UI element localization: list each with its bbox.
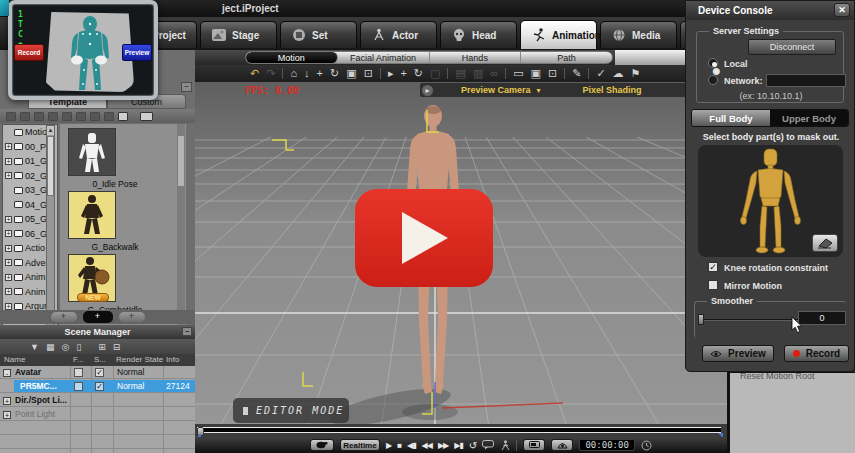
paste-icon[interactable]: ▥ (473, 65, 483, 82)
select-icon[interactable]: ▸ (388, 65, 394, 82)
lib-view-icon[interactable] (118, 112, 128, 121)
preview-button[interactable]: Preview (702, 345, 774, 362)
loop-icon[interactable]: ↺ (469, 440, 476, 451)
subtab-facial-animation[interactable]: Facial Animation (338, 52, 430, 63)
smoother-value-field[interactable]: 0 (798, 311, 846, 325)
clock-icon[interactable] (641, 440, 652, 451)
column-f[interactable]: F... (73, 355, 84, 364)
camera-bar-collapse-icon[interactable]: ▸ (422, 85, 433, 96)
mirror-motion-checkbox[interactable] (708, 280, 718, 290)
scene-manager-minimize-icon[interactable]: − (182, 327, 192, 336)
lib-icon-7[interactable] (90, 112, 100, 121)
stop-icon[interactable]: ■ (397, 441, 401, 450)
gizmo-move-icon[interactable]: + (400, 65, 406, 82)
prop-icon[interactable]: ▯ (76, 342, 81, 352)
copy-icon[interactable]: ▤ (455, 65, 465, 82)
redo-icon[interactable]: ↷ (266, 65, 275, 82)
search-icon[interactable]: ◎ (61, 342, 69, 352)
scene-row-avatar[interactable]: - Avatar ✓ Normal (0, 366, 195, 379)
radio-network[interactable] (708, 75, 718, 85)
cloud-upload-icon[interactable]: ☁ (613, 65, 624, 82)
drop-to-floor-icon[interactable]: ↓ (304, 65, 310, 82)
capture-button[interactable] (310, 439, 334, 451)
sensor-record-button[interactable]: Record (14, 44, 44, 61)
focus-view-icon[interactable]: ⊡ (548, 65, 557, 82)
column-render[interactable]: Render State (116, 355, 163, 364)
freeze-checkbox[interactable] (74, 368, 83, 377)
ungroup-icon[interactable]: ⊟ (113, 342, 121, 352)
lib-icon-1[interactable] (6, 112, 16, 121)
lib-icon-2[interactable] (20, 112, 30, 121)
column-name[interactable]: Name (4, 355, 25, 364)
walk-person-icon[interactable] (501, 440, 510, 451)
transform-icon[interactable]: ▣ (346, 65, 356, 82)
eraser-button[interactable] (812, 234, 838, 252)
scrollbar-thumb[interactable] (47, 136, 54, 196)
tab-full-body[interactable]: Full Body (692, 110, 770, 126)
layers-icon[interactable]: ▦ (46, 342, 55, 352)
check-icon[interactable]: ✓ (596, 65, 605, 82)
tab-head[interactable]: Head (440, 21, 517, 48)
subtab-motion[interactable]: Motion (246, 52, 338, 63)
move-icon[interactable]: + (317, 65, 323, 82)
tab-actor[interactable]: Actor (360, 21, 437, 48)
apply-add-button[interactable]: + (83, 311, 113, 323)
disconnect-button[interactable]: Disconnect (748, 39, 836, 55)
link-icon[interactable]: ∞ (490, 65, 498, 82)
show-checkbox[interactable]: ✓ (95, 382, 104, 391)
sensor-preview-button[interactable]: Preview (122, 44, 152, 61)
flag-icon[interactable]: ⚑ (631, 65, 641, 82)
thumbnail-backwalk[interactable] (68, 191, 116, 239)
brush-icon[interactable]: ✎ (572, 65, 581, 82)
tab-stage[interactable]: Stage (200, 21, 277, 48)
camera-selector[interactable]: Preview Camera (461, 85, 531, 95)
panel-minimize-icon[interactable]: − (181, 82, 192, 92)
tab-media[interactable]: Media (600, 21, 677, 48)
speech-bubble-icon[interactable] (482, 440, 495, 450)
apply-forward-button[interactable]: + (119, 312, 145, 322)
reset-motion-root-label[interactable]: Reset Motion Root (740, 372, 855, 381)
lib-icon-8[interactable] (104, 112, 114, 121)
filter-icon[interactable]: ▼ (30, 342, 39, 352)
fit-view-icon[interactable]: ⊡ (364, 65, 373, 82)
scene-row-avatar-child[interactable]: PR5MC... ✓ Normal 27124 (0, 380, 195, 393)
fast-forward-icon[interactable]: ▶▶ (438, 441, 448, 450)
timeline-track[interactable] (197, 427, 721, 433)
rewind-icon[interactable]: ◀◀ (422, 441, 432, 450)
lib-icon-5[interactable] (62, 112, 72, 121)
column-s[interactable]: S... (94, 355, 106, 364)
close-icon[interactable]: ✕ (834, 3, 850, 17)
lib-icon-3[interactable] (34, 112, 44, 121)
open-folder-icon[interactable] (140, 112, 153, 121)
play-icon[interactable]: ▶ (386, 441, 391, 450)
freeze-checkbox[interactable] (74, 382, 83, 391)
gizmo-rotate-icon[interactable]: ↻ (414, 65, 423, 82)
scroll-up-icon[interactable]: ▲ (47, 126, 54, 135)
lib-icon-6[interactable] (76, 112, 86, 121)
network-address-input[interactable] (766, 74, 846, 87)
group-icon[interactable]: ⊞ (98, 342, 106, 352)
rotate-icon[interactable]: ↻ (330, 65, 339, 82)
thumbnail-combatidle[interactable]: NEW (68, 254, 116, 302)
undo-icon[interactable]: ↶ (250, 65, 259, 82)
radio-local[interactable]: ● (708, 58, 718, 68)
home-icon[interactable]: ⌂ (290, 65, 297, 82)
realtime-button[interactable]: Realtime (340, 439, 380, 451)
scrollbar-thumb[interactable] (178, 136, 184, 186)
body-mask-selector[interactable] (698, 145, 843, 257)
column-info[interactable]: Info (166, 355, 179, 364)
tab-animation[interactable]: Animation (520, 20, 597, 49)
smoother-slider-handle[interactable] (698, 314, 704, 325)
chevron-down-icon[interactable]: ▾ (537, 86, 541, 95)
screen-view-button[interactable] (523, 439, 545, 451)
scene-row-lights[interactable]: + Dir./Spot Li... (0, 394, 195, 407)
skip-start-icon[interactable]: ◀▮ (407, 441, 416, 450)
pip-view-icon[interactable]: ▭ (513, 65, 523, 82)
subtab-hands[interactable]: Hands (430, 52, 522, 63)
camera-view-icon[interactable]: ▣ (531, 65, 541, 82)
render-preview-button[interactable] (551, 439, 573, 451)
tab-upper-body[interactable]: Upper Body (770, 110, 848, 126)
video-play-button[interactable] (355, 189, 493, 287)
shading-mode-label[interactable]: Pixel Shading (583, 85, 642, 95)
lib-icon-4[interactable] (48, 112, 58, 121)
